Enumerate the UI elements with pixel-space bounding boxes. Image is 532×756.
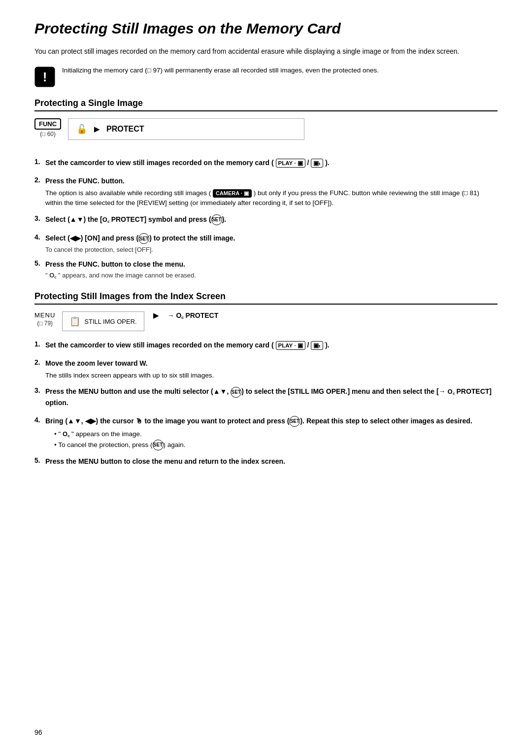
lock-off-icon: 🔓 — [76, 124, 87, 135]
o-lock-symbol-s3: O꜀ — [102, 216, 109, 223]
set-circle-s2-4b: SET — [153, 440, 164, 450]
step-2-num: 2. — [34, 176, 45, 184]
s2-step-1-row: 1. Set the camcorder to view still image… — [34, 340, 498, 352]
section-index-screen: Protecting Still Images from the Index S… — [34, 291, 498, 469]
menu-path-area: MENU (□ 79) 📋 STILL IMG OPER. ▶ → O꜀ PRO… — [34, 311, 498, 331]
func-ref: (□ 60) — [40, 131, 56, 137]
section2-steps: 1. Set the camcorder to view still image… — [34, 340, 498, 469]
s2-step-4-heading: Bring (▲▼, ◀▶) the cursor 🖱 to the image… — [45, 416, 498, 427]
step-3-num: 3. — [34, 214, 45, 222]
set-circle-s4: SET — [138, 233, 149, 244]
s2-step-2-content: Move the zoom lever toward W. The stills… — [45, 358, 498, 380]
protect-label: PROTECT — [106, 125, 144, 134]
play-sub-badge-s1: ▣ₜ — [311, 159, 323, 168]
warning-icon: ! — [34, 67, 55, 87]
step-3-heading: Select (▲▼) the [O꜀ PROTECT] symbol and … — [45, 214, 498, 225]
step-4-content: Select (◀▶) [ON] and press (SET) to prot… — [45, 233, 498, 253]
step-2-body: The option is also available while recor… — [45, 188, 498, 208]
set-circle-s3: SET — [211, 214, 222, 225]
step-5-heading: Press the FUNC. button to close the menu… — [45, 259, 498, 270]
step-4-row: 4. Select (◀▶) [ON] and press (SET) to p… — [34, 233, 498, 253]
s2-step-4-bullet1: • " O꜀ " appears on the image. — [54, 429, 498, 440]
protect-path-box: 🔓 ▶ PROTECT — [68, 118, 304, 140]
step-5-num: 5. — [34, 259, 45, 267]
func-path-area: FUNC (□ 60) 🔓 ▶ PROTECT — [34, 118, 498, 149]
step-1-heading: Set the camcorder to view still images r… — [45, 158, 498, 168]
arrow-icon: ▶ — [94, 125, 100, 133]
s2-step-1-content: Set the camcorder to view still images r… — [45, 340, 498, 352]
step-5-content: Press the FUNC. button to close the menu… — [45, 259, 498, 279]
menu-label-group: MENU (□ 79) — [34, 311, 55, 327]
func-label: FUNC — [34, 118, 61, 130]
intro-text: You can protect still images recorded on… — [34, 46, 498, 57]
menu-ref: (□ 79) — [37, 320, 53, 327]
set-circle-s2-3: SET — [231, 387, 241, 398]
arrow-icon-2: ▶ — [153, 311, 159, 319]
camera-badge-s1: CAMERA · ▣ — [213, 189, 252, 198]
step-2-content: Press the FUNC. button. The option is al… — [45, 176, 498, 208]
s2-step-4-row: 4. Bring (▲▼, ◀▶) the cursor 🖱 to the im… — [34, 416, 498, 451]
func-label-group: FUNC (□ 60) — [34, 118, 61, 137]
play-badge-s2: PLAY · ▣ — [276, 341, 305, 350]
section-single-image: Protecting a Single Image FUNC (□ 60) 🔓 … — [34, 98, 498, 279]
s2-step-2-heading: Move the zoom lever toward W. — [45, 358, 498, 369]
still-img-label: STILL IMG OPER. — [84, 318, 136, 325]
warning-box: ! Initializing the memory card (□ 97) wi… — [34, 66, 498, 87]
section2-title: Protecting Still Images from the Index S… — [34, 291, 498, 305]
step-4-heading: Select (◀▶) [ON] and press (SET) to prot… — [45, 233, 498, 244]
step-1-content: Set the camcorder to view still images r… — [45, 158, 498, 170]
step-5-row: 5. Press the FUNC. button to close the m… — [34, 259, 498, 279]
section1-steps: 1. Set the camcorder to view still image… — [34, 158, 498, 279]
s2-step-5-num: 5. — [34, 456, 45, 464]
menu-label: MENU — [34, 311, 55, 319]
step-2-row: 2. Press the FUNC. button. The option is… — [34, 176, 498, 208]
protect-arrow-label: → O꜀ PROTECT — [167, 311, 219, 320]
s2-step-5-content: Press the MENU button to close the menu … — [45, 456, 498, 469]
step-2-heading: Press the FUNC. button. — [45, 176, 498, 186]
s2-step-1-heading: Set the camcorder to view still images r… — [45, 340, 498, 350]
step-3-content: Select (▲▼) the [O꜀ PROTECT] symbol and … — [45, 214, 498, 227]
o-lock-s2-4a: O꜀ — [63, 430, 69, 438]
s2-step-4-content: Bring (▲▼, ◀▶) the cursor 🖱 to the image… — [45, 416, 498, 451]
o-lock-s2-3: O꜀ — [447, 388, 454, 395]
step-4-num: 4. — [34, 233, 45, 241]
notebook-icon: 📋 — [69, 316, 80, 327]
set-circle-s2-4: SET — [289, 416, 300, 427]
s2-step-4-bullet2: • To cancel the protection, press (SET) … — [54, 440, 498, 450]
s2-step-3-num: 3. — [34, 386, 45, 394]
step-4-note: To cancel the protection, select [OFF]. — [45, 246, 498, 253]
s2-step-3-row: 3. Press the MENU button and use the mul… — [34, 386, 498, 410]
warning-text: Initializing the memory card (□ 97) will… — [62, 66, 379, 75]
o-lock-symbol-s5: O꜀ — [49, 272, 56, 279]
step-1-num: 1. — [34, 158, 45, 166]
s2-step-3-heading: Press the MENU button and use the multi … — [45, 386, 498, 408]
page-title: Protecting Still Images on the Memory Ca… — [34, 20, 498, 37]
page-number: 96 — [34, 728, 42, 736]
s2-step-5-row: 5. Press the MENU button to close the me… — [34, 456, 498, 469]
s2-step-2-body: The stills index screen appears with up … — [45, 371, 498, 380]
s2-step-2-row: 2. Move the zoom lever toward W. The sti… — [34, 358, 498, 380]
s2-step-4-num: 4. — [34, 416, 45, 424]
step-5-note: " O꜀ " appears, and now the image cannot… — [45, 272, 498, 279]
section1-title: Protecting a Single Image — [34, 98, 498, 111]
play-badge-s1: PLAY · ▣ — [276, 159, 305, 168]
s2-step-5-heading: Press the MENU button to close the menu … — [45, 456, 498, 467]
s2-step-3-content: Press the MENU button and use the multi … — [45, 386, 498, 410]
s2-step-2-num: 2. — [34, 358, 45, 366]
svg-text:!: ! — [43, 69, 47, 84]
still-img-path-box: 📋 STILL IMG OPER. — [62, 311, 144, 331]
play-sub-badge-s2: ▣ₜ — [311, 341, 323, 350]
s2-step-1-num: 1. — [34, 340, 45, 348]
step-1-row: 1. Set the camcorder to view still image… — [34, 158, 498, 170]
step-3-row: 3. Select (▲▼) the [O꜀ PROTECT] symbol a… — [34, 214, 498, 227]
